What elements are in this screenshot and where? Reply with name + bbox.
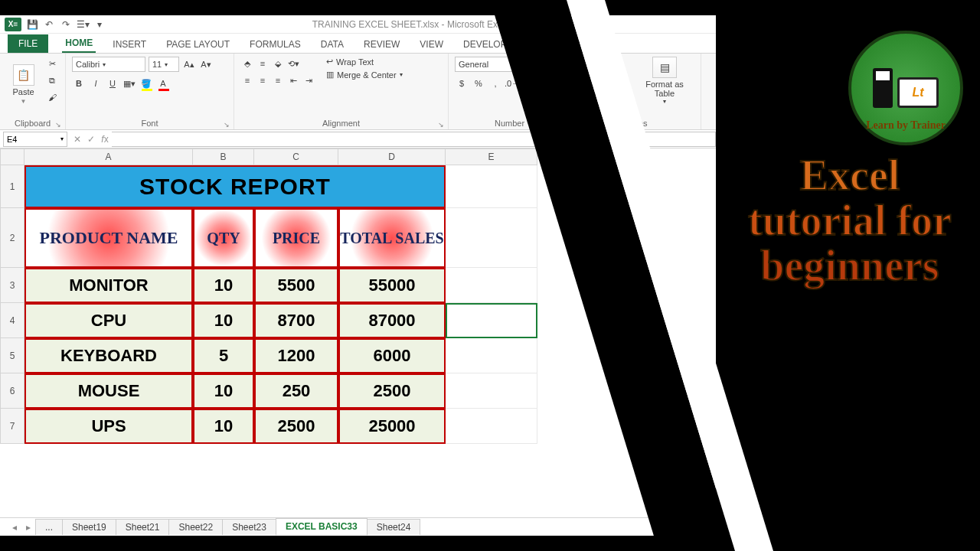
cell[interactable] [446,373,537,409]
increase-indent-icon[interactable]: ⇥ [302,73,315,87]
tab-formulas[interactable]: FORMULAS [247,36,304,53]
formula-input[interactable] [112,132,716,147]
cell[interactable]: 250 [254,373,338,409]
save-icon[interactable]: 💾 [26,18,38,31]
row-header[interactable]: 1 [0,165,24,208]
bold-button[interactable]: B [72,77,86,90]
cell[interactable]: MONITOR [24,268,193,303]
tab-data[interactable]: DATA [318,36,347,53]
tab-home[interactable]: HOME [62,34,96,53]
tab-powerpivot[interactable]: POWERPIVOT [536,36,604,53]
font-size-combo[interactable]: 11▾ [149,57,179,72]
cell[interactable]: UPS [24,409,193,444]
grow-font-icon[interactable]: A▴ [182,57,196,71]
row-header[interactable]: 3 [0,268,24,303]
align-center-icon[interactable]: ≡ [256,73,270,87]
sheet-tab-active[interactable]: EXCEL BASIC33 [276,518,368,536]
paste-button[interactable]: 📋 Paste ▼ [6,57,41,112]
decrease-decimal-icon[interactable]: ←.0 [522,77,536,90]
cell[interactable]: 10 [193,373,254,409]
cell[interactable]: 87000 [338,303,446,338]
number-format-combo[interactable]: General▾ [455,57,547,72]
cell[interactable]: 8700 [254,303,338,338]
tab-page-layout[interactable]: PAGE LAYOUT [163,36,233,53]
row-header[interactable]: 6 [0,373,24,409]
dialog-launcher-icon[interactable]: ↘ [54,121,62,129]
header-total-sales[interactable]: TOTAL SALES [338,208,446,268]
wrap-text-button[interactable]: ↩Wrap Text [326,57,403,67]
dialog-launcher-icon[interactable]: ↘ [437,121,445,129]
sheet-tab[interactable]: Sheet21 [116,519,170,535]
cell[interactable] [446,268,537,303]
col-header-a[interactable]: A [24,148,193,165]
align-left-icon[interactable]: ≡ [240,73,254,87]
header-qty[interactable]: QTY [193,208,254,268]
col-header-c[interactable]: C [254,148,338,165]
active-cell[interactable] [446,303,537,338]
font-family-combo[interactable]: Calibri▾ [72,57,145,72]
row-header[interactable]: 7 [0,409,24,444]
format-painter-icon[interactable]: 🖌 [45,90,59,104]
border-button[interactable]: ▦▾ [122,77,136,90]
decrease-indent-icon[interactable]: ⇤ [286,73,300,87]
sheet-tab[interactable]: Sheet23 [222,519,276,535]
sheet-tab[interactable]: Sheet22 [168,519,223,535]
percent-format-button[interactable]: % [472,77,485,90]
sheet-tab-ellipsis[interactable]: ... [35,519,63,535]
dialog-launcher-icon[interactable]: ↘ [223,121,230,129]
orientation-icon[interactable]: ⟲▾ [286,57,300,70]
cell[interactable] [446,165,537,208]
col-header-d[interactable]: D [338,148,446,165]
comma-format-button[interactable]: , [488,77,502,90]
accounting-format-button[interactable]: $ [455,77,469,90]
fill-color-button[interactable]: 🪣 [139,77,153,90]
shrink-font-icon[interactable]: A▾ [199,57,213,71]
font-color-button[interactable]: A [156,77,170,90]
cell[interactable]: 10 [193,268,254,303]
undo-icon[interactable]: ↶ [43,18,55,31]
report-title[interactable]: STOCK REPORT [24,165,446,208]
tab-developer[interactable]: DEVELOPER [460,36,522,53]
cell[interactable]: 1200 [254,338,338,373]
align-right-icon[interactable]: ≡ [271,73,285,87]
sheet-nav-prev-icon[interactable]: ◂ [8,522,21,533]
merge-center-button[interactable]: ▥Merge & Center▾ [326,70,403,80]
cell[interactable]: KEYBOARD [24,338,193,373]
underline-button[interactable]: U [106,77,119,90]
cell[interactable]: MOUSE [24,373,193,409]
name-box[interactable]: E4▾ [3,132,67,147]
cell[interactable]: 5500 [254,268,338,303]
format-as-table-button[interactable]: ▤ Format as Table▾ [637,57,692,105]
align-bottom-icon[interactable]: ⬙ [271,57,285,70]
cell[interactable]: 6000 [338,338,446,373]
touch-mode-icon[interactable]: ☰▾ [77,18,89,31]
cancel-icon[interactable]: ✕ [70,134,84,145]
cell[interactable] [446,409,537,444]
cell[interactable]: CPU [24,303,193,338]
row-header[interactable]: 4 [0,303,24,338]
sheet-tab[interactable]: Sheet24 [367,519,421,535]
italic-button[interactable]: I [89,77,103,90]
worksheet[interactable]: A B C D E 1 STOCK REPORT 2 PRODUCT NAME … [0,148,716,444]
select-all-corner[interactable] [0,148,24,165]
enter-icon[interactable]: ✓ [84,134,98,145]
cell[interactable]: 2500 [254,409,338,444]
cell[interactable]: 2500 [338,373,446,409]
col-header-e[interactable]: E [446,148,537,165]
header-price[interactable]: PRICE [254,208,338,268]
cell[interactable]: 25000 [338,409,446,444]
sheet-tab[interactable]: Sheet19 [62,519,116,535]
tab-view[interactable]: VIEW [416,36,446,53]
fx-icon[interactable]: fx [98,134,112,145]
dialog-launcher-icon[interactable]: ↘ [560,121,567,129]
header-product-name[interactable]: PRODUCT NAME [24,208,193,268]
tab-insert[interactable]: INSERT [109,36,149,53]
copy-icon[interactable]: ⧉ [45,73,59,87]
sheet-nav-next-icon[interactable]: ▸ [21,522,35,533]
align-middle-icon[interactable]: ≡ [256,57,270,70]
redo-icon[interactable]: ↷ [60,18,72,31]
cell[interactable]: 55000 [338,268,446,303]
cut-icon[interactable]: ✂ [45,57,59,70]
tab-review[interactable]: REVIEW [361,36,403,53]
cell[interactable]: 10 [193,409,254,444]
